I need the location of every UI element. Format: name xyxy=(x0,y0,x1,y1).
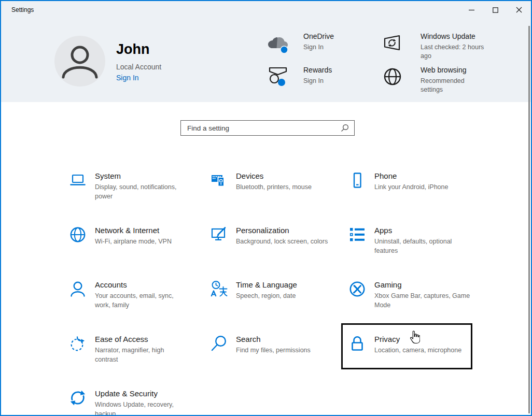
category-subtitle: Link your Android, iPhone xyxy=(374,183,448,192)
quick-link-rewards[interactable]: Rewards Sign In xyxy=(265,65,332,88)
category-tile-apps[interactable]: Apps Uninstall, defaults, optional featu… xyxy=(348,225,452,255)
system-laptop-icon xyxy=(69,171,88,189)
avatar xyxy=(54,36,105,87)
window-controls xyxy=(459,1,531,19)
search-box xyxy=(180,120,355,136)
web-browsing-globe-icon xyxy=(383,65,421,87)
settings-window: Settings John Local Account Sign In xyxy=(0,0,532,416)
category-tile-system[interactable]: System Display, sound, notifications, po… xyxy=(69,171,177,201)
category-tile-gaming[interactable]: Gaming Xbox Game Bar, captures, Game Mod… xyxy=(348,280,470,310)
scrollbar[interactable] xyxy=(528,26,530,413)
category-tile-update-security[interactable]: Update & Security Windows Update, recove… xyxy=(69,389,174,416)
category-subtitle: Bluetooth, printers, mouse xyxy=(236,183,312,192)
category-tile-time-language[interactable]: Time & Language Speech, region, date xyxy=(210,280,297,301)
category-subtitle: Find my files, permissions xyxy=(236,346,311,355)
category-subtitle: Wi-Fi, airplane mode, VPN xyxy=(95,237,172,247)
category-title: Accounts xyxy=(95,280,174,290)
person-avatar-icon xyxy=(54,36,105,87)
account-type-label: Local Account xyxy=(116,63,161,71)
quick-link-status: Recommended settings xyxy=(421,77,466,94)
phone-icon xyxy=(348,171,367,189)
time-language-icon xyxy=(210,280,229,298)
category-subtitle: Windows Update, recovery, backup xyxy=(95,400,174,416)
ease-of-access-icon xyxy=(69,335,88,352)
category-title: Ease of Access xyxy=(95,334,164,345)
category-title: Time & Language xyxy=(236,280,297,290)
personalization-icon xyxy=(210,226,229,243)
category-subtitle: Location, camera, microphone xyxy=(374,346,461,355)
category-tile-ease-of-access[interactable]: Ease of Access Narrator, magnifier, high… xyxy=(69,334,164,364)
quick-link-title: Web browsing xyxy=(421,65,466,75)
category-title: Search xyxy=(236,334,311,345)
category-subtitle: Uninstall, defaults, optional features xyxy=(374,237,452,255)
quick-link-title: Rewards xyxy=(303,65,332,75)
maximize-icon xyxy=(493,7,498,13)
rewards-icon xyxy=(265,65,303,88)
category-title: Network & Internet xyxy=(95,225,172,236)
quick-link-windows-update[interactable]: Windows Update Last checked: 2 hours ago xyxy=(383,32,484,61)
close-button[interactable] xyxy=(507,1,531,19)
minimize-icon xyxy=(469,7,474,13)
category-tile-privacy[interactable]: Privacy Location, camera, microphone xyxy=(348,334,461,355)
apps-list-icon xyxy=(348,226,367,243)
category-tile-phone[interactable]: Phone Link your Android, iPhone xyxy=(348,171,448,192)
minimize-button[interactable] xyxy=(459,1,483,19)
quick-link-onedrive[interactable]: OneDrive Sign In xyxy=(265,32,334,54)
quick-link-title: Windows Update xyxy=(421,32,484,41)
accounts-person-icon xyxy=(69,280,88,298)
category-tile-accounts[interactable]: Accounts Your accounts, email, sync, wor… xyxy=(69,280,174,310)
maximize-button[interactable] xyxy=(483,1,507,19)
category-tile-search[interactable]: Search Find my files, permissions xyxy=(210,334,311,355)
window-title: Settings xyxy=(11,6,34,13)
windows-update-flag-icon xyxy=(383,32,421,52)
category-subtitle: Display, sound, notifications, power xyxy=(95,183,177,201)
category-title: Update & Security xyxy=(95,389,174,399)
category-tile-devices[interactable]: Devices Bluetooth, printers, mouse xyxy=(210,171,312,192)
category-tile-personalization[interactable]: Personalization Background, lock screen,… xyxy=(210,225,328,247)
category-title: System xyxy=(95,171,177,181)
category-subtitle: Your accounts, email, sync, work, family xyxy=(95,292,174,310)
gaming-xbox-icon xyxy=(348,280,367,298)
search-input[interactable] xyxy=(186,124,341,133)
quick-link-title: OneDrive xyxy=(303,32,334,41)
category-subtitle: Background, lock screen, colors xyxy=(236,237,328,247)
category-subtitle: Speech, region, date xyxy=(236,292,297,301)
quick-link-status: Sign In xyxy=(303,43,334,52)
quick-link-status: Last checked: 2 hours ago xyxy=(421,43,484,61)
category-title: Personalization xyxy=(236,225,328,236)
category-subtitle: Narrator, magnifier, high contrast xyxy=(95,346,164,364)
category-tile-network-internet[interactable]: Network & Internet Wi-Fi, airplane mode,… xyxy=(69,225,172,247)
category-title: Gaming xyxy=(374,280,470,290)
category-title: Phone xyxy=(374,171,448,181)
privacy-lock-icon xyxy=(348,335,367,352)
update-security-sync-icon xyxy=(69,389,88,407)
onedrive-cloud-icon xyxy=(265,32,303,54)
user-name: John xyxy=(116,41,150,58)
sign-in-link[interactable]: Sign In xyxy=(116,74,139,82)
search-magnifier-icon xyxy=(210,335,229,352)
search-magnifier-icon xyxy=(341,124,349,132)
network-globe-icon xyxy=(69,226,88,243)
devices-keyboard-icon xyxy=(210,171,229,189)
category-subtitle: Xbox Game Bar, captures, Game Mode xyxy=(374,292,470,310)
hand-cursor xyxy=(409,331,420,345)
quick-link-web-browsing[interactable]: Web browsing Recommended settings xyxy=(383,65,466,94)
close-icon xyxy=(516,7,522,13)
quick-link-status: Sign In xyxy=(303,77,332,85)
category-title: Apps xyxy=(374,225,452,236)
category-title: Devices xyxy=(236,171,312,181)
